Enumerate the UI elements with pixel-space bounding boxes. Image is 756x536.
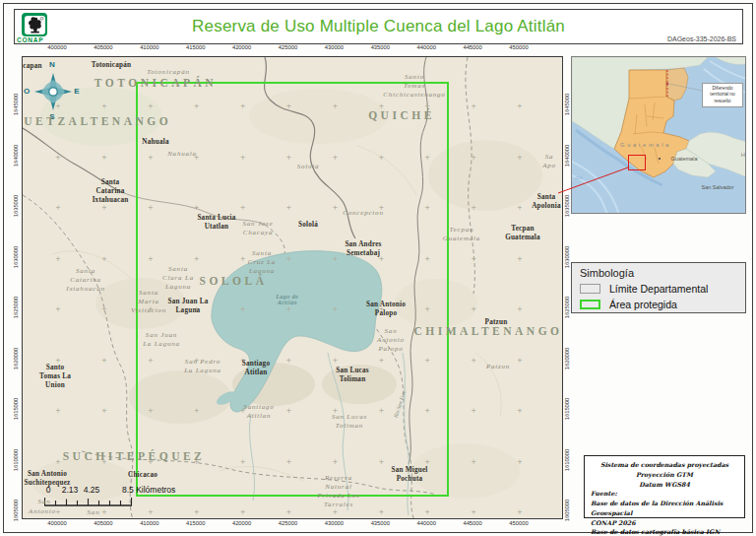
municipality-label: San xyxy=(88,508,100,517)
graticule-cross: + xyxy=(333,203,338,212)
grid-coordinate-label: 435000 xyxy=(371,44,390,50)
town-label: Santa Lucia Utatlan xyxy=(197,214,235,232)
grid-coordinate-label: 445000 xyxy=(463,520,481,526)
graticule-cross: + xyxy=(472,304,476,313)
graticule-cross: + xyxy=(286,253,291,262)
map-title: Reserva de Uso Multiple Cuenca del Lago … xyxy=(15,17,742,36)
town-label: capan xyxy=(23,62,41,71)
town-label: San Juan La Laguna xyxy=(168,298,209,315)
graticule-cross: + xyxy=(101,507,106,516)
graticule-cross: + xyxy=(101,304,106,313)
inset-label: Guatemala xyxy=(620,142,671,148)
graticule-cross: + xyxy=(101,152,106,161)
grid-coordinate-label: 1625000 xyxy=(564,297,570,319)
map-document-page: { "header": { "title": "Reserva de Uso M… xyxy=(0,0,756,536)
scale-bar: 0 2.13 4.25 8.5 Kilómetros xyxy=(42,485,200,510)
graticule-cross: + xyxy=(240,101,245,110)
graticule-cross: + xyxy=(472,253,476,262)
grid-coordinate-label: 1625000 xyxy=(13,297,19,319)
graticule-cross: + xyxy=(148,355,153,364)
grid-coordinate-label: 1620000 xyxy=(13,347,19,369)
municipality-label: Patzun xyxy=(486,363,510,371)
legend: Simbología Límite DepartamentalÁrea prot… xyxy=(571,262,746,313)
grid-coordinate-label: 420000 xyxy=(232,44,251,50)
department-label: TOTONICAPÁN xyxy=(94,77,217,89)
grid-coordinate-label: 405000 xyxy=(94,520,112,526)
town-label: Totonicapán xyxy=(92,61,131,70)
grid-coordinate-label: 400000 xyxy=(47,44,66,50)
graticule-cross: + xyxy=(56,304,61,313)
municipality-label: Reserva Natural Privada Los Tarrales xyxy=(317,474,359,509)
legend-item-label: Área protegida xyxy=(609,299,677,310)
municipality-label: San Pedro La Laguna xyxy=(184,358,221,375)
graticule-cross: + xyxy=(472,456,476,465)
graticule-cross: + xyxy=(425,406,430,415)
graticule-cross: + xyxy=(148,507,153,516)
grid-coordinate-label: 415000 xyxy=(186,44,205,50)
graticule-cross: + xyxy=(194,203,199,212)
graticule-cross: + xyxy=(425,507,430,516)
scale-unit-label: 8.5 Kilómetros xyxy=(122,485,175,495)
grid-coordinate-label: 450000 xyxy=(509,520,528,526)
grid-coordinate-label: 1630000 xyxy=(13,245,19,268)
town-label: San Lucas Toliman xyxy=(336,367,369,384)
municipality-label: Santiago Atitlan xyxy=(243,403,274,421)
grid-coordinate-label: 425000 xyxy=(279,520,297,526)
town-label: Patzun xyxy=(485,318,508,327)
graticule-cross: + xyxy=(240,304,245,313)
graticule-cross: + xyxy=(518,456,523,465)
graticule-cross: + xyxy=(286,203,291,212)
municipality-label: Santo Tomas Chichicastenango xyxy=(383,73,445,100)
town-label: Santa Apolonia xyxy=(532,193,561,211)
main-map: N E S O 0 2.13 4.25 8.5 Kilómetros +++++… xyxy=(22,56,563,519)
graticule-cross: + xyxy=(425,355,430,364)
grid-coordinate-label: 1640000 xyxy=(564,144,570,167)
graticule-cross: + xyxy=(379,406,384,415)
graticule-cross: + xyxy=(425,456,430,465)
info-line: Proyección GTM xyxy=(591,470,738,480)
graticule-cross: + xyxy=(286,456,291,465)
conap-logo-wordmark: CONAP xyxy=(17,36,43,43)
graticule-cross: + xyxy=(333,253,338,262)
inset-label: San Salvador xyxy=(701,184,733,190)
graticule-cross: + xyxy=(379,152,384,161)
graticule-cross: + xyxy=(472,152,476,161)
grid-coordinate-label: 1610000 xyxy=(564,448,570,471)
grid-coordinate-label: 410000 xyxy=(140,44,158,50)
coordinate-system-info-box: Sistema de coordenadas proyectadasProyec… xyxy=(584,455,745,518)
graticule-cross: + xyxy=(472,203,476,212)
municipality-label: San Lucas Toliman xyxy=(332,413,367,431)
compass-east-label: E xyxy=(74,87,79,96)
town-label: Chicacao xyxy=(128,471,158,480)
header: CONAP Reserva de Uso Multiple Cuenca del… xyxy=(14,9,743,44)
inset-label: Ho xyxy=(741,152,746,158)
department-label: CHIMALTENANGO xyxy=(413,325,562,337)
grid-coordinate-label: 415000 xyxy=(186,520,205,526)
department-label: QUETZALTENANGO xyxy=(22,115,171,127)
inset-label: 221 xyxy=(575,175,583,180)
grid-coordinate-label: 405000 xyxy=(94,44,112,50)
municipality-label: Sa Apo xyxy=(542,153,556,170)
grid-coordinate-label: 440000 xyxy=(417,44,436,50)
graticule-cross: + xyxy=(425,152,430,161)
territorial-dispute-note: Diferendo territorial no resuelto xyxy=(702,83,743,107)
map-extent-indicator xyxy=(628,155,646,170)
graticule-cross: + xyxy=(194,507,199,516)
grid-coordinate-label: 420000 xyxy=(232,520,251,526)
graticule-cross: + xyxy=(56,203,61,212)
graticule-cross: + xyxy=(472,406,476,415)
graticule-cross: + xyxy=(472,507,476,516)
graticule-cross: + xyxy=(56,101,61,110)
municipality-label: San Jose Chacaya xyxy=(242,220,273,237)
graticule-cross: + xyxy=(379,456,384,465)
town-label: Santa Catarina Ixtahuacan xyxy=(93,178,129,205)
grid-coordinate-label: 410000 xyxy=(140,520,158,526)
graticule-cross: + xyxy=(518,101,523,110)
graticule-cross: + xyxy=(148,152,153,161)
graticule-cross: + xyxy=(56,406,61,415)
graticule-cross: + xyxy=(148,101,153,110)
lake-label: Lago de Atitlán xyxy=(277,294,299,305)
graticule-cross: + xyxy=(286,152,291,161)
graticule-cross: + xyxy=(240,203,245,212)
town-label: Santiago Atitlan xyxy=(242,360,270,377)
